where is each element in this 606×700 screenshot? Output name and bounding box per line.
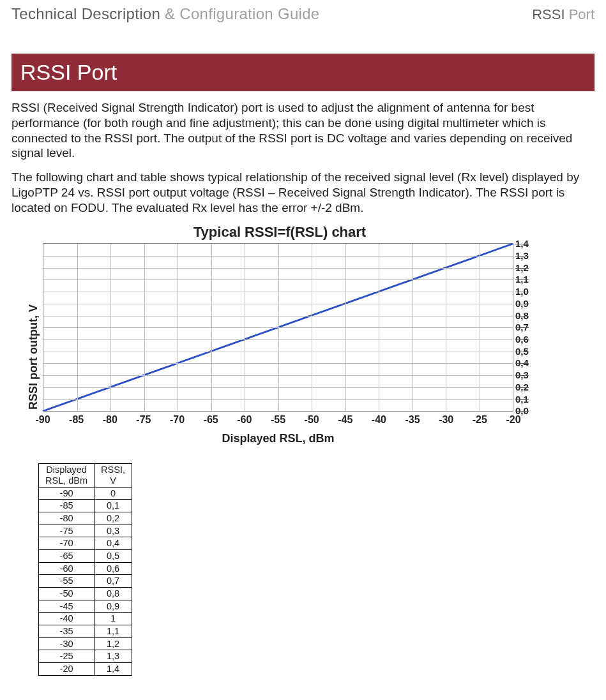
chart-xtick: -50: [305, 414, 319, 426]
chart-ytick: 0,7: [515, 322, 529, 332]
chart-ytick: 0,9: [515, 299, 529, 308]
cell-rsl: -75: [39, 525, 95, 537]
table-row: -600,6: [39, 562, 132, 575]
table-row: -800,2: [39, 512, 132, 525]
chart-ytick: 1,1: [515, 274, 529, 284]
chart-xtick: -30: [439, 414, 453, 426]
table-header-rssi: RSSI, V: [95, 464, 132, 487]
table-row: -201,4: [39, 663, 132, 676]
cell-rssi: 0,2: [95, 512, 132, 525]
chart-ytick: 0,5: [515, 346, 529, 356]
cell-rssi: 0,9: [95, 600, 132, 613]
cell-rsl: -90: [39, 487, 95, 500]
cell-rssi: 0: [95, 487, 132, 500]
cell-rsl: -85: [39, 500, 95, 512]
section-title: RSSI Port: [11, 54, 595, 91]
table-row: -401: [39, 613, 132, 625]
chart-xtick: -45: [338, 414, 352, 426]
cell-rsl: -35: [39, 625, 95, 637]
header-left: Technical Description & Configuration Gu…: [11, 5, 320, 23]
chart-ytick: 1,4: [515, 239, 529, 248]
cell-rssi: 0,5: [95, 549, 132, 562]
cell-rsl: -45: [39, 600, 95, 613]
chart-ytick: 0,1: [515, 394, 529, 404]
chart-xticks: -90-85-80-75-70-65-60-55-50-45-40-35-30-…: [43, 412, 513, 427]
cell-rssi: 0,7: [95, 575, 132, 588]
table-row: -351,1: [39, 625, 132, 637]
cell-rssi: 1,3: [95, 650, 132, 663]
chart-ytick: 0,4: [515, 358, 529, 368]
chart-title: Typical RSSI=f(RSL) chart: [24, 224, 535, 241]
chart-xtick: -70: [170, 414, 185, 426]
cell-rsl: -20: [39, 663, 95, 676]
table-row: -850,1: [39, 500, 132, 512]
chart-ytick: 0,3: [515, 370, 529, 380]
table-row: -900: [39, 487, 132, 500]
cell-rssi: 1,2: [95, 637, 132, 650]
chart-xtick: -40: [372, 414, 386, 426]
cell-rsl: -50: [39, 587, 95, 600]
chart-xtick: -65: [204, 414, 218, 426]
chart-xtick: -25: [473, 414, 487, 426]
header-left-light: & Configuration Guide: [160, 5, 319, 22]
table-row: -450,9: [39, 600, 132, 613]
chart-xtick: -35: [405, 414, 420, 426]
chart-ytick: 1,2: [515, 263, 529, 272]
cell-rssi: 0,8: [95, 587, 132, 600]
cell-rsl: -30: [39, 637, 95, 650]
cell-rssi: 0,6: [95, 562, 132, 575]
paragraph-1: RSSI (Received Signal Strength Indicator…: [11, 100, 595, 161]
table-row: -301,2: [39, 637, 132, 650]
cell-rsl: -40: [39, 613, 95, 625]
chart-xtick: -90: [35, 414, 50, 426]
header-left-strong: Technical Description: [11, 5, 160, 22]
cell-rsl: -80: [39, 512, 95, 525]
cell-rssi: 0,3: [95, 525, 132, 537]
table-row: -251,3: [39, 650, 132, 663]
header-right-light: Port: [569, 6, 595, 22]
chart-ytick: 0,2: [515, 382, 529, 392]
table-row: -550,7: [39, 575, 132, 588]
table-row: -500,8: [39, 587, 132, 600]
rssi-chart: Typical RSSI=f(RSL) chart RSSI port outp…: [11, 224, 595, 445]
table-body: -900-850,1-800,2-750,3-700,4-650,5-600,6…: [39, 487, 132, 675]
header-right-strong: RSSI: [532, 6, 568, 22]
cell-rssi: 0,1: [95, 500, 132, 512]
table-row: -650,5: [39, 549, 132, 562]
chart-xtick: -20: [506, 414, 520, 426]
cell-rssi: 0,4: [95, 537, 132, 550]
chart-xtick: -55: [271, 414, 285, 426]
table-header-row: Displayed RSL, dBm RSSI, V: [39, 464, 132, 487]
header-right: RSSI Port: [532, 6, 595, 23]
table-row: -750,3: [39, 525, 132, 537]
chart-xtick: -60: [237, 414, 252, 426]
chart-ytick: 1,3: [515, 251, 529, 260]
cell-rsl: -60: [39, 562, 95, 575]
table-header-rsl: Displayed RSL, dBm: [39, 464, 95, 487]
cell-rsl: -55: [39, 575, 95, 588]
chart-ytick: 0,6: [515, 334, 529, 344]
cell-rsl: -65: [39, 549, 95, 562]
paragraph-2: The following chart and table shows typi…: [11, 170, 595, 215]
chart-xtick: -85: [69, 414, 84, 426]
rssi-table: Displayed RSL, dBm RSSI, V -900-850,1-80…: [38, 463, 132, 675]
cell-rssi: 1,4: [95, 663, 132, 676]
cell-rssi: 1: [95, 613, 132, 625]
cell-rssi: 1,1: [95, 625, 132, 637]
chart-xtick: -80: [103, 414, 117, 426]
cell-rsl: -25: [39, 650, 95, 663]
cell-rsl: -70: [39, 537, 95, 550]
chart-xtick: -75: [136, 414, 151, 426]
chart-ytick: 0,8: [515, 311, 529, 320]
chart-ytick: 1,0: [515, 287, 529, 296]
page-header: Technical Description & Configuration Gu…: [11, 5, 595, 23]
chart-xlabel: Displayed RSL, dBm: [43, 432, 513, 445]
chart-plot-area: 0,00,10,20,30,40,50,60,70,80,91,01,11,21…: [43, 243, 513, 412]
table-row: -700,4: [39, 537, 132, 550]
